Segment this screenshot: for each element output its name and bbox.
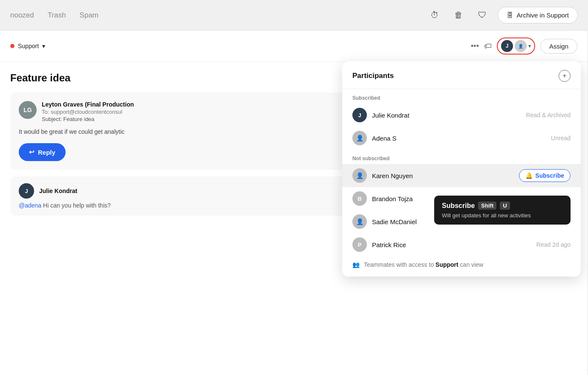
tooltip-title-row: Subscribe Shift U (442, 202, 563, 210)
pd-add-button[interactable]: + (559, 70, 571, 82)
conversation-header: Support ▾ ••• 🏷 J 👤 ▾ Assign (0, 31, 588, 62)
tooltip-title-text: Subscribe (442, 202, 475, 210)
participant-status-adena: Unread (551, 135, 571, 141)
pd-title: Participants (352, 72, 394, 80)
participant-name-julie: Julie Kondrat (372, 112, 521, 119)
pd-footer: 👥 Teammates with access to Support can v… (342, 256, 581, 270)
archive-btn-label: Archive in Support (516, 12, 569, 19)
avatar-julie-pd: J (352, 108, 367, 122)
archive-icon: 🗄 (507, 12, 513, 19)
assign-button[interactable]: Assign (540, 39, 577, 54)
participants-button[interactable]: J 👤 ▾ (497, 38, 535, 55)
participant-name-patrick: Patrick Rice (372, 241, 531, 248)
participant-name-adena: Adena S (372, 135, 546, 142)
top-nav: noozed Trash Spam ⏱ 🗑 🛡 🗄 Archive in Sup… (0, 0, 588, 31)
participant-row-patrick[interactable]: P Patrick Rice Read 2d ago (342, 233, 581, 256)
support-dot (10, 44, 14, 48)
participant-row-julie[interactable]: J Julie Kondrat Read & Archived (342, 104, 581, 127)
trash-icon-btn[interactable]: 🗑 (450, 7, 467, 24)
participant-row-adena[interactable]: 👤 Adena S Unread (342, 127, 581, 150)
footer-team-icon: 👥 (352, 261, 360, 268)
tooltip-description: Will get updates for all new activities (442, 212, 563, 219)
tooltip-key-shift: Shift (478, 202, 496, 210)
footer-text: Teammates with access to Support can vie… (364, 261, 483, 268)
nav-left: noozed Trash Spam (10, 11, 98, 20)
email-2-body-text: Hi can you help with this? (43, 202, 111, 209)
more-options-icon[interactable]: ••• (471, 42, 479, 51)
nav-noozed[interactable]: noozed (10, 11, 34, 20)
nav-right: ⏱ 🗑 🛡 🗄 Archive in Support (426, 7, 578, 24)
conversation-panel: Support ▾ ••• 🏷 J 👤 ▾ Assign Feature ide… (0, 31, 588, 375)
avatar-brandon: B (352, 191, 367, 206)
participant-status-patrick: Read 2d ago (536, 241, 571, 248)
email-2-sender: Julie Kondrat (39, 188, 77, 194)
subscribe-button[interactable]: 🔔 Subscribe (519, 169, 571, 182)
participants-dropdown: Participants + Subscribed J Julie Kondra… (342, 61, 581, 277)
avatar-karen: 👤 (352, 168, 367, 183)
tag-icon[interactable]: 🏷 (484, 42, 492, 51)
alert-icon-btn[interactable]: 🛡 (474, 7, 491, 24)
support-chevron: ▾ (42, 43, 45, 49)
subscribe-btn-label: Subscribe (535, 172, 564, 179)
support-name: Support (18, 43, 39, 49)
participant-name-karen: Karen Nguyen (372, 172, 514, 179)
reply-label: Reply (38, 149, 55, 156)
participants-chevron-icon: ▾ (528, 43, 531, 49)
avatar-adena: 👤 (515, 40, 527, 52)
participant-status-julie: Read & Archived (526, 112, 571, 118)
not-subscribed-label: Not subscribed (342, 150, 581, 164)
pd-header: Participants + (342, 61, 581, 89)
nav-spam[interactable]: Spam (80, 11, 98, 20)
support-label[interactable]: Support ▾ (10, 43, 45, 49)
sender-avatar-lg: LG (19, 101, 37, 119)
reply-button[interactable]: ↩ Reply (19, 143, 66, 161)
clock-icon-btn[interactable]: ⏱ (426, 7, 443, 24)
conv-header-right: ••• 🏷 J 👤 ▾ Assign (471, 38, 577, 55)
avatar-julie-small: J (19, 183, 34, 199)
avatar-patrick: P (352, 237, 367, 252)
tooltip-key-u: U (500, 202, 510, 210)
reply-icon: ↩ (29, 148, 35, 156)
avatar-adena-pd: 👤 (352, 131, 367, 145)
nav-trash[interactable]: Trash (48, 11, 66, 20)
avatar-julie: J (501, 40, 513, 52)
main-area: Support ▾ ••• 🏷 J 👤 ▾ Assign Feature ide… (0, 31, 588, 375)
archive-in-support-button[interactable]: 🗄 Archive in Support (498, 7, 578, 23)
participant-row-karen[interactable]: 👤 Karen Nguyen 🔔 Subscribe Subscribe Shi… (342, 164, 581, 187)
subscribed-label: Subscribed (342, 89, 581, 104)
avatar-sadie: 👤 (352, 214, 367, 229)
bell-icon: 🔔 (525, 172, 533, 179)
mention-adena: @adena (19, 202, 41, 209)
subscribe-tooltip: Subscribe Shift U Will get updates for a… (434, 196, 571, 225)
